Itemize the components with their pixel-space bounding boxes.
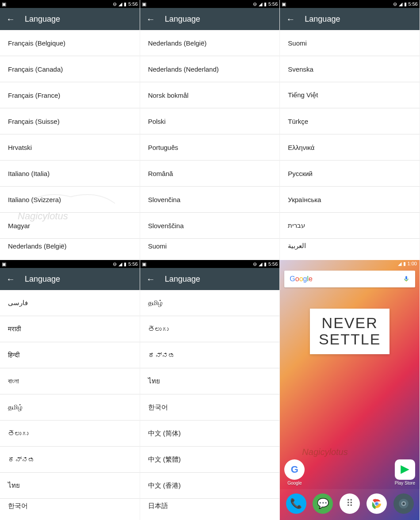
page-title: Language (165, 15, 200, 24)
list-item[interactable]: Italiano (Italia) (0, 161, 140, 187)
back-arrow-icon[interactable]: ← (286, 14, 295, 24)
list-item[interactable]: Română (140, 161, 280, 187)
statusbar: ▣ ⊖◢▮5:56 (140, 260, 280, 268)
back-arrow-icon[interactable]: ← (146, 14, 155, 24)
clock: 1:00 (408, 261, 417, 266)
list-item[interactable]: ಕನ್ನಡ (140, 342, 280, 368)
list-item[interactable]: ಕನ್ನಡ (0, 447, 140, 473)
list-item[interactable]: 中文 (繁體) (140, 447, 280, 473)
list-item[interactable]: Nederlands (België) (0, 239, 140, 253)
appbar: ← Language (140, 8, 280, 30)
statusbar: ▣ ⊖◢▮5:56 (140, 0, 280, 8)
list-item[interactable]: עברית (280, 213, 420, 239)
language-list[interactable]: Suomi Svenska Tiếng Việt Türkçe Ελληνικά… (280, 30, 420, 260)
list-item[interactable]: Nederlands (Nederland) (140, 56, 280, 82)
statusbar: ▣ ⊖◢▮5:56 (280, 0, 420, 8)
statusbar: ▣ ⊖ ◢ ▮ 5:56 (0, 0, 140, 8)
list-item[interactable]: Українська (280, 187, 420, 213)
screenshot-icon: ▣ (282, 1, 286, 7)
list-item[interactable]: ไทย (0, 473, 140, 499)
language-list[interactable]: தமிழ் తెలుగు ಕನ್ನಡ ไทย 한국어 中文 (简体) 中文 (繁… (140, 290, 280, 520)
svg-point-3 (375, 502, 378, 505)
page-title: Language (25, 15, 60, 24)
google-search-bar[interactable]: Google (284, 271, 415, 287)
page-title: Language (165, 275, 200, 284)
language-list[interactable]: Français (Belgique) Français (Canada) Fr… (0, 30, 140, 260)
list-item[interactable]: Norsk bokmål (140, 82, 280, 108)
list-item[interactable]: বাংলা (0, 368, 140, 394)
list-item[interactable]: Ελληνικά (280, 134, 420, 161)
clock: 5:56 (268, 261, 278, 267)
language-panel-1: ▣ ⊖ ◢ ▮ 5:56 ← Language Français (Belgiq… (0, 0, 140, 260)
dock: 📞 💬 ⠿ (280, 489, 420, 520)
list-item[interactable]: தமிழ் (140, 290, 280, 316)
list-item[interactable]: Tiếng Việt (280, 82, 420, 108)
back-arrow-icon[interactable]: ← (146, 274, 155, 284)
list-item[interactable]: 한국어 (0, 499, 140, 513)
app-google[interactable]: G Google (284, 459, 305, 486)
camera-icon[interactable] (393, 493, 414, 514)
statusbar: ▣ ⊖◢▮5:56 (0, 260, 140, 268)
list-item[interactable]: العربية (280, 239, 420, 253)
signal-icon: ◢ (118, 1, 122, 7)
dnd-icon: ⊖ (113, 1, 117, 7)
chrome-icon[interactable] (367, 493, 387, 514)
list-item[interactable]: فارسی (0, 290, 140, 316)
appbar: ← Language (0, 268, 140, 290)
list-item[interactable]: Suomi (140, 239, 280, 253)
screenshot-icon: ▣ (142, 1, 146, 7)
language-list[interactable]: Nederlands (België) Nederlands (Nederlan… (140, 30, 280, 260)
list-item[interactable]: Türkçe (280, 108, 420, 134)
app-play-store[interactable]: Play Store (395, 459, 415, 486)
app-shortcut-row: G Google Play Store (280, 456, 420, 489)
list-item[interactable]: हिन्दी (0, 342, 140, 368)
list-item[interactable]: తెలుగు (140, 316, 280, 342)
list-item[interactable]: 한국어 (140, 394, 280, 421)
list-item[interactable]: తెలుగు (0, 421, 140, 447)
list-item[interactable]: தமிழ் (0, 394, 140, 421)
list-item[interactable]: Hrvatski (0, 134, 140, 161)
list-item[interactable]: Slovenčina (140, 187, 280, 213)
wallpaper-banner: NEVER SETTLE (310, 309, 389, 354)
back-arrow-icon[interactable]: ← (6, 14, 15, 24)
google-logo: Google (290, 275, 313, 283)
list-item[interactable]: Français (Belgique) (0, 30, 140, 56)
list-item[interactable]: Suomi (280, 30, 420, 56)
list-item[interactable]: 日本語 (140, 499, 280, 513)
list-item[interactable]: Nederlands (België) (140, 30, 280, 56)
home-screen[interactable]: ◢ ▮ 1:00 Google NEVER SETTLE Nagicylotus… (280, 260, 420, 520)
play-store-icon (395, 459, 415, 480)
list-item[interactable]: Português (140, 134, 280, 161)
app-drawer-icon[interactable]: ⠿ (340, 493, 360, 514)
clock: 5:56 (409, 1, 418, 7)
screenshot-icon: ▣ (2, 1, 6, 7)
list-item[interactable]: Svenska (280, 56, 420, 82)
list-item[interactable]: Français (Canada) (0, 56, 140, 82)
svg-point-6 (402, 502, 405, 505)
list-item[interactable]: Magyar (0, 213, 140, 239)
language-list[interactable]: فارسی मराठी हिन्दी বাংলা தமிழ் తెలుగు ಕನ… (0, 290, 140, 520)
list-item[interactable]: Français (France) (0, 82, 140, 108)
statusbar: ◢ ▮ 1:00 (280, 260, 420, 267)
page-title: Language (25, 275, 60, 284)
battery-icon: ▮ (403, 261, 406, 267)
phone-icon[interactable]: 📞 (286, 493, 306, 514)
list-item[interactable]: Русский (280, 161, 420, 187)
list-item[interactable]: Français (Suisse) (0, 108, 140, 134)
list-item[interactable]: Italiano (Svizzera) (0, 187, 140, 213)
list-item[interactable]: Polski (140, 108, 280, 134)
battery-icon: ▮ (124, 1, 126, 7)
list-item[interactable]: मराठी (0, 316, 140, 342)
language-panel-2: ▣ ⊖◢▮5:56 ← Language Nederlands (België)… (140, 0, 280, 260)
list-item[interactable]: 中文 (简体) (140, 421, 280, 447)
list-item[interactable]: Slovenščina (140, 213, 280, 239)
list-item[interactable]: ไทย (140, 368, 280, 394)
signal-icon: ◢ (398, 261, 401, 267)
mic-icon[interactable] (403, 275, 410, 283)
screenshot-icon: ▣ (142, 261, 146, 267)
list-item[interactable]: 中文 (香港) (140, 473, 280, 499)
messages-icon[interactable]: 💬 (313, 493, 333, 514)
clock: 5:56 (128, 261, 137, 267)
back-arrow-icon[interactable]: ← (6, 274, 15, 284)
clock: 5:56 (128, 1, 137, 7)
